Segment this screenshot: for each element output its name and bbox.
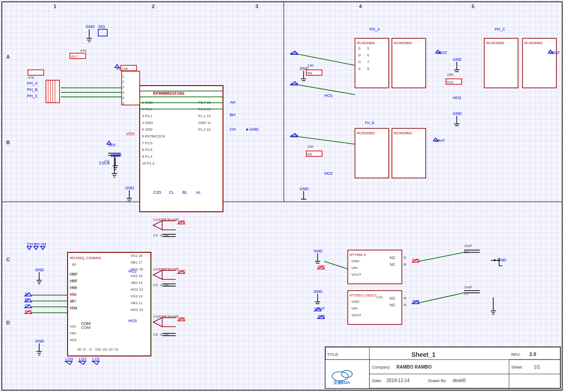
- svg-text:10K: 10K: [122, 67, 128, 71]
- svg-text:GND: GND: [351, 300, 359, 304]
- svg-line-314: [419, 252, 464, 261]
- svg-text:VIN: VIN: [351, 266, 358, 270]
- svg-text:LIN1: LIN1: [70, 273, 77, 276]
- svg-text:10K: 10K: [307, 145, 314, 149]
- svg-text:P1,2 10: P1,2 10: [198, 128, 211, 132]
- svg-text:BH: BH: [34, 242, 40, 246]
- svg-text:10uF: 10uF: [464, 244, 472, 248]
- svg-text:7: 7: [367, 60, 369, 64]
- svg-text:9 P1,4: 9 P1,4: [142, 155, 153, 159]
- svg-text:5: 5: [472, 4, 474, 9]
- svg-rect-129: [392, 128, 426, 178]
- svg-text:Date:: Date:: [372, 378, 382, 383]
- svg-text:VIN: VIN: [351, 306, 358, 310]
- schematic-diagram: 1 2 3 4 5 A B C D EFM8BB21F16G 1 GND 2 P…: [0, 0, 564, 392]
- svg-text:HO3: HO3: [70, 338, 77, 342]
- svg-rect-139: [484, 38, 518, 88]
- svg-text:LIN2: LIN2: [70, 280, 77, 283]
- svg-text:Company:: Company:: [372, 365, 391, 369]
- svg-text:1: 1: [54, 4, 56, 9]
- svg-text:3: 3: [255, 4, 258, 9]
- svg-text:47K: 47K: [80, 49, 87, 53]
- svg-text:O2: O2: [109, 348, 113, 351]
- svg-text:HO2: HO2: [324, 171, 333, 176]
- svg-text:GND: GND: [314, 289, 323, 294]
- svg-text:CL: CL: [169, 190, 174, 195]
- svg-text:✕: ✕: [403, 296, 407, 301]
- schematic-canvas: 1 2 3 4 5 A B C D EFM8BB21F16G 1 GND 2 P…: [0, 0, 564, 392]
- svg-text:立创EDA: 立创EDA: [333, 380, 350, 385]
- svg-text:8 P2,5: 8 P2,5: [142, 148, 153, 152]
- svg-text:3V3: 3V3: [108, 143, 115, 147]
- svg-text:C8: C8: [153, 333, 158, 337]
- svg-text:NC: NC: [390, 303, 396, 307]
- svg-text:G: G: [358, 60, 361, 64]
- svg-text:CH: CH: [230, 127, 236, 132]
- svg-text:4 GND: 4 GND: [142, 121, 153, 125]
- svg-text:EP: EP: [72, 263, 77, 266]
- svg-text:GND: GND: [86, 24, 95, 29]
- svg-text:4: 4: [123, 91, 124, 94]
- svg-text:R10: R10: [447, 80, 454, 84]
- svg-marker-189: [27, 246, 32, 250]
- svg-text:REV:: REV:: [511, 352, 521, 357]
- svg-marker-213: [79, 361, 86, 365]
- svg-text:RU3030M2: RU3030M2: [524, 41, 543, 45]
- svg-text:C2D: C2D: [153, 190, 162, 195]
- svg-text:S: S: [358, 67, 360, 71]
- svg-text:COM: COM: [70, 307, 77, 310]
- svg-text:NC: NC: [390, 262, 396, 267]
- svg-text:HO3: HO3: [128, 319, 137, 323]
- svg-text:✕: ✕: [403, 303, 407, 307]
- svg-text:C: C: [6, 257, 10, 262]
- svg-rect-141: [523, 38, 556, 88]
- svg-text:10K: 10K: [447, 73, 454, 77]
- svg-text:VS3: VS3: [70, 325, 76, 328]
- svg-text:10 P1,3: 10 P1,3: [142, 161, 155, 165]
- svg-rect-124: [355, 128, 389, 178]
- svg-text:VB3: VB3: [70, 332, 76, 335]
- svg-text:VB3 11: VB3 11: [131, 301, 143, 305]
- svg-text:2: 2: [123, 80, 124, 83]
- svg-text:O: O: [83, 348, 86, 351]
- svg-text:VS3 12: VS3 12: [131, 294, 143, 298]
- svg-text:2: 2: [152, 4, 155, 9]
- svg-text:Sheet:: Sheet:: [511, 365, 523, 369]
- svg-text:GND: GND: [351, 259, 359, 263]
- svg-text:47K: 47K: [28, 76, 35, 80]
- svg-text:EFM8BB21F16G: EFM8BB21F16G: [153, 91, 185, 96]
- svg-text:3 P0,1: 3 P0,1: [142, 114, 153, 118]
- svg-text:LO3: LO3: [65, 357, 73, 361]
- svg-text:4: 4: [359, 4, 362, 9]
- svg-text:deskl0: deskl0: [453, 378, 466, 383]
- svg-text:10uF: 10uF: [464, 285, 472, 289]
- svg-text:VB2 14: VB2 14: [131, 281, 143, 285]
- svg-text:R17: R17: [71, 55, 78, 59]
- svg-text:HO2: HO2: [128, 269, 137, 273]
- svg-text:RU3030M2: RU3030M2: [357, 41, 375, 45]
- svg-text:PH_B: PH_B: [365, 121, 374, 125]
- svg-text:C2: C2: [464, 292, 469, 296]
- svg-text:BL: BL: [182, 190, 187, 195]
- svg-text:NC: NC: [390, 255, 396, 260]
- svg-text:R9: R9: [307, 152, 312, 156]
- svg-text:6: 6: [123, 102, 124, 105]
- svg-text:NC: NC: [77, 348, 82, 351]
- svg-text:AH: AH: [230, 100, 236, 105]
- svg-text:C4: C4: [153, 233, 158, 237]
- svg-text:PH_A: PH_A: [369, 27, 380, 32]
- svg-text:7 P2,0: 7 P2,0: [142, 141, 153, 145]
- svg-text:RU3030M2: RU3030M2: [486, 41, 505, 45]
- svg-text:GND: GND: [35, 268, 45, 272]
- svg-text:HT7560-3: HT7560-3: [350, 253, 366, 257]
- svg-text:HO3 10: HO3 10: [131, 308, 143, 312]
- svg-text:►GND: ►GND: [493, 258, 506, 262]
- svg-text:GND: GND: [125, 186, 135, 190]
- svg-text:LO1: LO1: [376, 295, 383, 299]
- svg-text:2.0: 2.0: [529, 351, 536, 357]
- svg-text:O3: O3: [103, 348, 107, 351]
- svg-text:VOUT: VOUT: [351, 313, 361, 317]
- svg-text:5: 5: [123, 96, 124, 100]
- svg-text:O1: O1: [114, 348, 118, 351]
- svg-text:1: 1: [123, 75, 124, 78]
